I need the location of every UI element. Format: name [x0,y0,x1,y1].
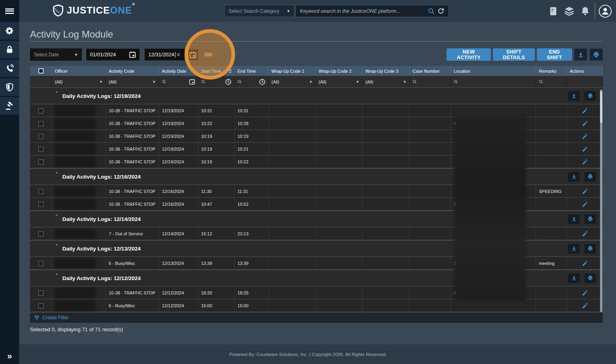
filter-search-input[interactable] [451,76,536,88]
filter-search-input[interactable] [536,76,567,88]
clock-icon[interactable] [259,79,265,85]
create-filter-bar[interactable]: Create Filter [30,312,603,323]
group-header-row[interactable]: ▾ Daily Activity Logs: 12/19/2024 [30,88,603,104]
edit-row-button[interactable] [582,302,588,309]
sidebar-item-settings[interactable] [0,22,19,40]
layers-icon[interactable] [561,3,577,19]
row-checkbox[interactable] [38,303,44,308]
row-checkbox[interactable] [38,108,44,113]
collapse-caret-icon[interactable]: ▾ [56,171,58,175]
row-checkbox[interactable] [38,159,44,165]
filter-date-input[interactable] [159,76,198,88]
group-download-button[interactable] [568,273,580,284]
group-download-button[interactable] [568,171,580,182]
go-button[interactable]: GO [201,48,215,61]
export-download-button[interactable] [574,48,587,61]
collapse-caret-icon[interactable]: ▾ [56,90,58,94]
sidebar-expand-button[interactable]: » [0,351,19,362]
column-header-wrap-up-code-2[interactable]: Wrap-Up Code 2 [316,66,363,76]
group-download-button[interactable] [568,214,580,225]
sidebar-item-shield[interactable] [0,78,19,96]
filter-dropdown[interactable]: (All)▼ [269,76,316,88]
table-scrollbar[interactable] [600,90,602,312]
edit-row-button[interactable] [582,107,588,114]
column-header-remarks[interactable]: Remarks [536,66,567,76]
sidebar-item-court[interactable] [0,97,19,115]
row-checkbox[interactable] [38,147,44,152]
sidebar-item-dispatch[interactable] [0,60,19,77]
filter-dropdown[interactable]: (All)▼ [363,76,410,88]
column-header-officer[interactable]: Officer [52,66,106,76]
row-checkbox[interactable] [38,134,44,139]
column-header-label[interactable]: Wrap-Up Code 2 [319,69,351,74]
column-header-label[interactable]: Actions [570,69,584,74]
column-header-label[interactable]: Remarks [539,69,556,74]
sidebar-item-security[interactable] [0,41,19,58]
search-icon[interactable] [428,8,435,15]
column-header-label[interactable]: Wrap-Up Code 3 [365,69,398,74]
column-header-location[interactable]: Location [451,66,536,76]
select-all-checkbox[interactable] [38,68,44,74]
date-to-calendar-button[interactable] [187,49,199,61]
date-from-input[interactable]: 01/01/2024 [86,48,140,61]
edit-row-button[interactable] [582,188,588,195]
date-to-input[interactable]: 12/31/2024 ✕ [144,48,185,61]
collapse-caret-icon[interactable]: ▾ [56,273,58,276]
row-checkbox[interactable] [38,261,44,266]
filter-time-input[interactable] [198,76,235,88]
user-avatar[interactable] [598,4,612,18]
hamburger-menu-button[interactable] [0,0,19,22]
new-activity-button[interactable]: NEW ACTIVITY [447,48,491,61]
column-header-label[interactable]: Start Time [201,69,221,74]
group-print-button[interactable] [584,91,596,101]
shift-details-button[interactable]: SHIFT DETAILS [493,48,535,61]
column-header-label[interactable]: Location [454,69,470,74]
collapse-caret-icon[interactable]: ▾ [56,213,58,217]
group-print-button[interactable] [584,243,596,254]
row-checkbox[interactable] [38,231,44,237]
filter-dropdown[interactable]: (All)▼ [316,76,363,88]
clock-icon[interactable] [225,79,231,85]
journal-icon[interactable] [545,3,561,19]
column-header-label[interactable]: Wrap-Up Code 1 [271,69,304,74]
column-header-start-time[interactable]: Start Time2 [198,66,235,76]
column-header-wrap-up-code-3[interactable]: Wrap-Up Code 3 [363,66,410,76]
group-print-button[interactable] [584,214,596,225]
column-header-label[interactable]: End Time [237,69,256,74]
table-row[interactable]: 6 - Busy/Misc12/12/202415:0015:00 [30,299,603,312]
scrollbar-thumb[interactable] [600,91,602,123]
edit-row-button[interactable] [582,146,588,152]
column-header-label[interactable]: Case Number [413,69,440,74]
print-button[interactable] [590,48,603,61]
edit-row-button[interactable] [582,120,588,127]
column-header-wrap-up-code-1[interactable]: Wrap-Up Code 1 [269,66,316,76]
filter-time-input[interactable] [235,76,269,88]
refresh-icon[interactable] [437,8,445,15]
filter-dropdown[interactable]: (All)▼ [52,76,106,88]
edit-row-button[interactable] [582,260,588,267]
end-shift-button[interactable]: END SHIFT [537,48,572,61]
group-download-button[interactable] [568,91,580,101]
group-print-button[interactable] [584,273,596,284]
row-checkbox[interactable] [38,202,44,207]
row-checkbox[interactable] [38,290,44,296]
clear-date-icon[interactable]: ✕ [176,52,181,58]
keyword-search-input[interactable]: Keyword search in the JusticeONE platfor… [295,5,449,17]
calendar-icon[interactable] [189,79,195,85]
column-header-activity-date[interactable]: Activity Date [159,66,198,76]
column-header-actions[interactable]: Actions [567,66,603,76]
edit-row-button[interactable] [582,231,588,237]
column-header-label[interactable]: Officer [55,69,68,74]
date-range-select[interactable]: Select Date ▼ [30,48,82,61]
edit-row-button[interactable] [582,159,588,165]
edit-row-button[interactable] [582,201,588,207]
edit-row-button[interactable] [582,133,588,139]
column-header-label[interactable]: Activity Code [109,69,134,74]
bell-icon[interactable] [577,3,593,19]
column-header-label[interactable]: Activity Date [162,69,186,74]
row-checkbox[interactable] [38,121,44,126]
column-header-activity-code[interactable]: Activity Code [106,66,159,76]
group-download-button[interactable] [568,243,580,254]
row-checkbox[interactable] [38,189,44,194]
column-header-case-number[interactable]: Case Number [410,66,451,76]
